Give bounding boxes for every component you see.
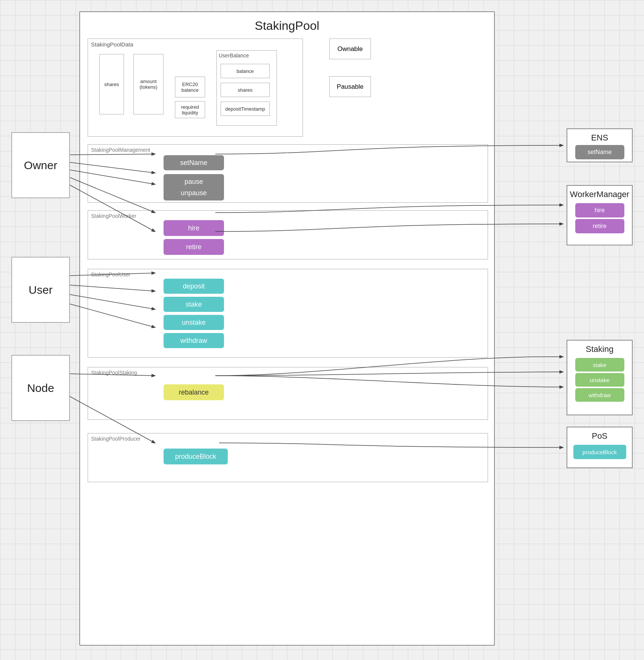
btn-setname-management[interactable]: setName xyxy=(164,155,224,170)
worker-manager-box: WorkerManager hire retire xyxy=(567,185,633,245)
user-balance-label: UserBalance xyxy=(219,52,249,59)
worker-manager-title: WorkerManager xyxy=(567,186,632,202)
btn-unpause[interactable]: unpause xyxy=(164,185,224,200)
btn-rebalance[interactable]: rebalance xyxy=(164,384,224,400)
management-label: StakingPoolManagement xyxy=(91,147,150,153)
ownable-box: Ownable xyxy=(329,39,371,59)
user-balance-box: UserBalance balance shares depositTimest… xyxy=(216,50,277,126)
staking-pool-worker-box: StakingPoolWorker hire retire xyxy=(88,210,488,259)
worker-label: StakingPoolWorker xyxy=(91,213,136,219)
staking-ext-title: Staking xyxy=(567,341,632,356)
owner-box: Owner xyxy=(11,132,70,198)
btn-produce-block[interactable]: produceBlock xyxy=(164,449,228,464)
staking-pool-producer-box: StakingPoolProducer produceBlock xyxy=(88,433,488,482)
field-shares: shares xyxy=(99,54,124,114)
producer-label: StakingPoolProducer xyxy=(91,436,141,442)
node-box: Node xyxy=(11,355,70,421)
user-label: StakingPoolUser xyxy=(91,271,130,278)
field-deposit-timestamp: depositTimestamp xyxy=(221,102,270,116)
staking-pool-data-box: StakingPoolData shares amount (tokens) E… xyxy=(88,39,303,137)
field-required-liquidity: required liquidity xyxy=(175,101,205,118)
btn-withdraw[interactable]: withdraw xyxy=(164,333,224,348)
staking-pool-user-box: StakingPoolUser deposit stake unstake wi… xyxy=(88,269,488,358)
btn-stake[interactable]: stake xyxy=(164,297,224,312)
spdata-label: StakingPoolData xyxy=(91,41,133,48)
ext-unstake-btn[interactable]: unstake xyxy=(575,373,624,387)
field-shares-ub: shares xyxy=(221,83,270,97)
worker-hire-btn[interactable]: hire xyxy=(575,203,624,217)
pos-produce-btn[interactable]: produceBlock xyxy=(573,445,626,459)
staking-pool-title: StakingPool xyxy=(80,19,494,33)
pos-title: PoS xyxy=(567,427,632,443)
btn-hire[interactable]: hire xyxy=(164,220,224,236)
ext-stake-btn[interactable]: stake xyxy=(575,358,624,372)
ext-withdraw-btn[interactable]: withdraw xyxy=(575,388,624,402)
staking-pool-staking-box: StakingPoolStaking rebalance xyxy=(88,367,488,420)
pausable-box: Pausable xyxy=(329,76,371,97)
ens-box: ENS setName xyxy=(567,128,633,162)
field-amount: amount (tokens) xyxy=(133,54,164,114)
node-label: Node xyxy=(27,382,54,395)
user-box: User xyxy=(11,257,70,323)
owner-label: Owner xyxy=(24,159,57,172)
staking-pool-outer-box: StakingPool StakingPoolData shares amoun… xyxy=(79,11,495,646)
pos-box: PoS produceBlock xyxy=(567,427,633,468)
btn-retire[interactable]: retire xyxy=(164,239,224,255)
btn-unstake[interactable]: unstake xyxy=(164,315,224,330)
user-label-actor: User xyxy=(29,284,53,296)
btn-deposit[interactable]: deposit xyxy=(164,279,224,294)
staking-pool-management-box: StakingPoolManagement setName pause unpa… xyxy=(88,144,488,203)
ens-setname-btn[interactable]: setName xyxy=(575,145,624,159)
staking-label: StakingPoolStaking xyxy=(91,370,137,376)
worker-retire-btn[interactable]: retire xyxy=(575,219,624,233)
field-balance: balance xyxy=(221,64,270,78)
field-erc20: ERC20 balance xyxy=(175,77,205,97)
staking-ext-box: Staking stake unstake withdraw xyxy=(567,340,633,415)
ens-title: ENS xyxy=(567,129,632,145)
